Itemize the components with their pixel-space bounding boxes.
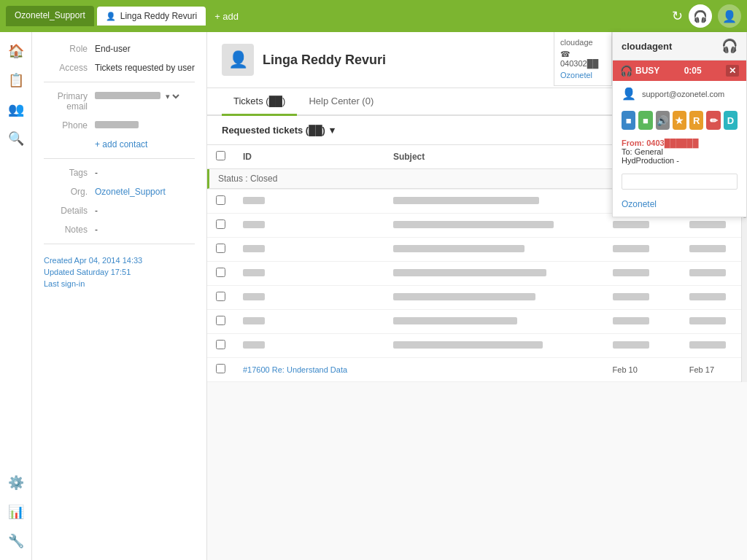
requested-tickets-title: Requested tickets (██)	[222, 125, 325, 136]
phone-label: Phone	[44, 120, 95, 131]
select-all-checkbox[interactable]	[216, 151, 225, 160]
row-checkbox[interactable]	[216, 340, 225, 349]
email-label: Primary email	[44, 91, 95, 112]
r-button[interactable]: R	[689, 111, 703, 130]
row-checkbox[interactable]	[216, 292, 225, 301]
edit-button[interactable]: ✏	[706, 111, 720, 130]
call-dept: HydProduction -	[622, 156, 738, 165]
cloudagent-user-row: 👤 support@ozonetel.com	[613, 81, 746, 106]
tickets-tab[interactable]: Tickets (██)	[222, 88, 297, 116]
phone-value	[95, 120, 139, 131]
notes-value: -	[95, 225, 98, 235]
cloudagent-action-buttons: ■ ■ 🔊 ★ R ✏ D	[613, 106, 746, 134]
created-row: Created Apr 04, 2014 14:33	[44, 256, 195, 265]
user-avatar: 👤	[222, 44, 254, 76]
nav-bottom: ⚙️ 📊 🔧	[3, 470, 29, 560]
table-row[interactable]	[207, 238, 747, 262]
partial-title: cloudage	[560, 38, 605, 47]
row-checkbox[interactable]	[216, 268, 225, 277]
org-label: Org.	[44, 187, 95, 197]
ticket-id[interactable]: #17600 Re: Understand Data	[234, 358, 384, 382]
nav-home[interactable]: 🏠	[3, 38, 29, 64]
id-col-header: ID	[234, 145, 384, 169]
status-text: BUSY	[635, 66, 659, 76]
left-panel: Role End-user Access Tickets requested b…	[32, 32, 207, 560]
last-signin-row: Last sign-in	[44, 279, 195, 288]
access-label: Access	[44, 63, 95, 73]
details-label: Details	[44, 206, 95, 216]
table-row[interactable]	[207, 286, 747, 310]
role-label: Role	[44, 44, 95, 54]
ozonetel-support-tab[interactable]: Ozonetel_Support	[6, 6, 94, 26]
row-checkbox[interactable]	[216, 244, 225, 253]
call-timer: 0:05	[684, 66, 702, 76]
tags-field: Tags -	[44, 168, 195, 178]
row-checkbox[interactable]	[216, 219, 225, 229]
close-call-button[interactable]: ✕	[726, 65, 739, 77]
help-center-tab[interactable]: Help Center (0)	[297, 88, 385, 116]
table-row[interactable]	[207, 334, 747, 358]
table-row[interactable]	[207, 262, 747, 286]
access-field: Access Tickets requested by user	[44, 63, 195, 73]
row-checkbox[interactable]	[216, 316, 225, 325]
user-tab-active[interactable]: 👤 Linga Reddy Revuri	[97, 7, 206, 26]
add-contact-link[interactable]: + add contact	[95, 139, 195, 149]
partial-phone: ☎ 040302██	[560, 50, 605, 68]
cloudagent-panel: cloudagent 🎧 🎧 BUSY 0:05 ✕ 👤 support@ozo…	[612, 32, 747, 217]
org-value[interactable]: Ozonetel_Support	[95, 187, 166, 197]
top-bar: Ozonetel_Support 👤 Linga Reddy Revuri + …	[0, 0, 747, 32]
add-button[interactable]: + add	[209, 8, 244, 25]
row-checkbox[interactable]	[216, 364, 225, 373]
call-info: From: 0403██████ To: General HydProducti…	[613, 134, 746, 169]
tags-value: -	[95, 168, 98, 178]
d-button[interactable]: D	[724, 111, 738, 130]
email-dropdown[interactable]: ▾	[163, 91, 182, 101]
refresh-icon[interactable]: ↻	[672, 8, 683, 24]
user-icon[interactable]: 👤	[718, 4, 741, 28]
user-name: Linga Reddy Revuri	[263, 52, 386, 68]
ozonetel-link[interactable]: Ozonetel	[622, 199, 657, 209]
details-field: Details -	[44, 206, 195, 216]
row-checkbox[interactable]	[216, 195, 225, 205]
status-headset-icon: 🎧	[620, 65, 632, 77]
details-value: -	[95, 206, 98, 216]
cloudagent-input[interactable]	[622, 174, 738, 190]
cloudagent-footer: Ozonetel	[613, 194, 746, 217]
mute-button[interactable]: ■	[638, 111, 652, 130]
email-value: ▾	[95, 91, 182, 112]
nav-search[interactable]: 🔍	[3, 125, 29, 152]
last-signin-link[interactable]: Last sign-in	[44, 279, 85, 288]
volume-button[interactable]: 🔊	[656, 111, 670, 130]
subject-col-header: Subject	[384, 145, 604, 169]
phone-field: Phone	[44, 120, 195, 131]
cloudagent-status-bar: 🎧 BUSY 0:05 ✕	[613, 61, 746, 81]
table-row[interactable]: #17600 Re: Understand Data Feb 10 Feb 17	[207, 358, 747, 382]
star-button[interactable]: ★	[673, 111, 686, 130]
agent-email: support@ozonetel.com	[642, 90, 724, 98]
notes-label: Notes	[44, 225, 95, 235]
hold-button[interactable]: ■	[622, 111, 635, 130]
org-field: Org. Ozonetel_Support	[44, 187, 195, 197]
status-label: 🎧 BUSY	[620, 65, 659, 77]
top-right-icons: ↻ 🎧 👤	[672, 4, 741, 28]
notes-field: Notes -	[44, 225, 195, 235]
access-value: Tickets requested by user	[95, 63, 195, 73]
nav-tickets[interactable]: 📋	[3, 67, 29, 93]
notification-icon[interactable]: 🎧	[689, 4, 712, 28]
call-to: To: General	[622, 147, 738, 156]
updated-value: Saturday 17:51	[77, 268, 131, 276]
updated-row: Updated Saturday 17:51	[44, 268, 195, 276]
nav-tools[interactable]: 🔧	[3, 528, 29, 554]
tags-label: Tags	[44, 168, 95, 178]
nav-stats[interactable]: 📊	[3, 499, 29, 525]
partial-ozonetel-link[interactable]: Ozonetel	[560, 71, 605, 79]
table-row[interactable]	[207, 310, 747, 334]
cloudagent-header: cloudagent 🎧	[613, 32, 746, 61]
dropdown-icon[interactable]: ▾	[330, 125, 335, 136]
nav-users[interactable]: 👥	[3, 96, 29, 122]
select-all-col	[207, 145, 234, 169]
cloudagent-title: cloudagent	[622, 41, 672, 52]
nav-settings[interactable]: ⚙️	[3, 470, 29, 496]
cloudagent-partial: cloudage ☎ 040302██ Ozonetel	[554, 32, 612, 86]
role-field: Role End-user	[44, 44, 195, 54]
